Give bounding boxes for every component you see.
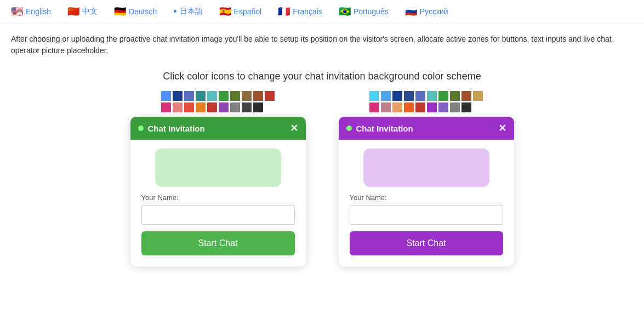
swatch-periwinkle[interactable] bbox=[415, 91, 425, 101]
status-dot-purple bbox=[346, 126, 352, 131]
swatch-olive[interactable] bbox=[230, 91, 240, 101]
lang-english[interactable]: 🇺🇸 English bbox=[11, 5, 51, 18]
flag-spanish: 🇪🇸 bbox=[219, 5, 231, 18]
lang-spanish[interactable]: 🇪🇸 Español bbox=[219, 5, 262, 18]
close-icon-green[interactable]: ✕ bbox=[290, 122, 298, 134]
status-dot-green bbox=[138, 126, 144, 131]
section-heading: Click color icons to change your chat in… bbox=[0, 66, 644, 91]
name-input-green[interactable] bbox=[141, 205, 295, 225]
swatch-red-dark[interactable] bbox=[265, 91, 275, 101]
name-label-purple: Your Name: bbox=[350, 193, 503, 202]
swatch-almost-black[interactable] bbox=[253, 102, 263, 112]
swatch-row-3 bbox=[369, 91, 483, 101]
image-placeholder-green bbox=[155, 149, 281, 187]
swatch-teal-dark[interactable] bbox=[196, 91, 206, 101]
chat-body-purple: Your Name: Start Chat bbox=[339, 140, 514, 266]
swatch-cyan[interactable] bbox=[369, 91, 379, 101]
swatch-violet[interactable] bbox=[427, 102, 437, 112]
swatch-blue-dark[interactable] bbox=[173, 91, 183, 101]
swatch-row-4 bbox=[369, 102, 483, 112]
description-text: After choosing or uploading the proactiv… bbox=[0, 24, 630, 66]
swatch-peach[interactable] bbox=[392, 102, 402, 112]
name-input-purple[interactable] bbox=[350, 205, 503, 225]
lang-label-japanese: 日本語 bbox=[180, 7, 203, 16]
swatch-teal2[interactable] bbox=[427, 91, 437, 101]
swatch-crimson[interactable] bbox=[207, 102, 217, 112]
swatch-sky[interactable] bbox=[381, 91, 391, 101]
swatch-row-1 bbox=[161, 91, 275, 101]
swatch-silver[interactable] bbox=[450, 102, 460, 112]
language-nav: 🇺🇸 English 🇨🇳 中文 🇩🇪 Deutsch • 日本語 🇪🇸 Esp… bbox=[0, 0, 644, 24]
swatch-salmon[interactable] bbox=[173, 102, 183, 112]
lang-french[interactable]: 🇫🇷 Français bbox=[278, 5, 322, 18]
flag-chinese: 🇨🇳 bbox=[67, 5, 79, 18]
flag-french: 🇫🇷 bbox=[278, 5, 290, 18]
chat-title-green: Chat Invitation bbox=[148, 124, 205, 133]
preview-purple: Chat Invitation ✕ Your Name: Start Chat bbox=[339, 91, 514, 266]
flag-english: 🇺🇸 bbox=[11, 5, 23, 18]
start-chat-button-green[interactable]: Start Chat bbox=[141, 231, 295, 255]
flag-german: 🇩🇪 bbox=[114, 5, 126, 18]
swatch-brown[interactable] bbox=[253, 91, 263, 101]
lang-japanese[interactable]: • 日本語 bbox=[173, 6, 202, 18]
swatch-navy2[interactable] bbox=[404, 91, 414, 101]
lang-label-french: Français bbox=[293, 7, 322, 16]
swatch-purple[interactable] bbox=[219, 102, 229, 112]
chat-header-purple: Chat Invitation ✕ bbox=[339, 117, 514, 140]
swatch-navy[interactable] bbox=[392, 91, 402, 101]
flag-russian: 🇷🇺 bbox=[405, 5, 417, 18]
swatch-tan[interactable] bbox=[242, 91, 252, 101]
swatch-orange[interactable] bbox=[196, 102, 206, 112]
header-left-purple: Chat Invitation bbox=[346, 124, 413, 133]
image-placeholder-purple bbox=[363, 149, 489, 187]
lang-portuguese[interactable]: 🇧🇷 Português bbox=[339, 5, 389, 18]
lang-label-english: English bbox=[26, 7, 51, 16]
swatches-green bbox=[161, 91, 275, 112]
lang-label-chinese: 中文 bbox=[82, 7, 98, 16]
flag-japanese: • bbox=[173, 6, 176, 18]
lang-german[interactable]: 🇩🇪 Deutsch bbox=[114, 5, 157, 18]
swatch-magenta[interactable] bbox=[369, 102, 379, 112]
close-icon-purple[interactable]: ✕ bbox=[498, 122, 506, 134]
swatch-teal-light[interactable] bbox=[207, 91, 217, 101]
swatch-red[interactable] bbox=[184, 102, 194, 112]
header-left-green: Chat Invitation bbox=[138, 124, 205, 133]
chat-box-purple: Chat Invitation ✕ Your Name: Start Chat bbox=[339, 117, 514, 266]
lang-label-spanish: Español bbox=[234, 7, 262, 16]
start-chat-button-purple[interactable]: Start Chat bbox=[350, 231, 503, 255]
swatch-olive2[interactable] bbox=[450, 91, 460, 101]
swatch-gold[interactable] bbox=[473, 91, 483, 101]
swatch-gray[interactable] bbox=[230, 102, 240, 112]
name-label-green: Your Name: bbox=[141, 193, 295, 202]
chat-box-green: Chat Invitation ✕ Your Name: Start Chat bbox=[130, 117, 306, 266]
lang-russian[interactable]: 🇷🇺 Русский bbox=[405, 5, 448, 18]
swatch-sienna[interactable] bbox=[461, 91, 471, 101]
lang-label-russian: Русский bbox=[420, 7, 448, 16]
swatches-purple bbox=[369, 91, 483, 112]
lang-label-portuguese: Português bbox=[354, 7, 389, 16]
name-section-purple: Your Name: bbox=[350, 193, 503, 225]
name-section-green: Your Name: bbox=[141, 193, 295, 225]
lang-label-german: Deutsch bbox=[129, 7, 157, 16]
lang-chinese[interactable]: 🇨🇳 中文 bbox=[67, 5, 98, 18]
swatch-pink[interactable] bbox=[161, 102, 171, 112]
swatch-mauve[interactable] bbox=[381, 102, 391, 112]
swatch-green2[interactable] bbox=[438, 91, 448, 101]
swatch-blue-light[interactable] bbox=[161, 91, 171, 101]
preview-green: Chat Invitation ✕ Your Name: Start Chat bbox=[130, 91, 306, 266]
previews-container: Chat Invitation ✕ Your Name: Start Chat bbox=[0, 91, 644, 283]
swatch-indigo[interactable] bbox=[184, 91, 194, 101]
swatch-burnt-orange[interactable] bbox=[404, 102, 414, 112]
swatch-medium-purple[interactable] bbox=[438, 102, 448, 112]
swatch-dark-gray[interactable] bbox=[242, 102, 252, 112]
chat-header-green: Chat Invitation ✕ bbox=[130, 117, 306, 140]
chat-body-green: Your Name: Start Chat bbox=[130, 140, 306, 266]
swatch-dark-red[interactable] bbox=[415, 102, 425, 112]
chat-title-purple: Chat Invitation bbox=[356, 124, 413, 133]
swatch-green[interactable] bbox=[219, 91, 229, 101]
swatch-row-2 bbox=[161, 102, 275, 112]
flag-portuguese: 🇧🇷 bbox=[339, 5, 351, 18]
swatch-charcoal[interactable] bbox=[461, 102, 471, 112]
